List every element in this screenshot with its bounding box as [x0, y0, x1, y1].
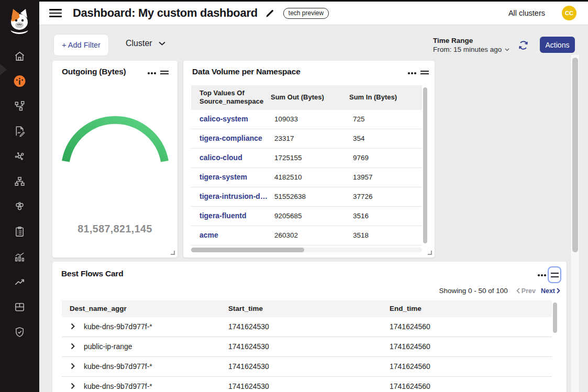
page-scrollbar-thumb[interactable] [572, 58, 578, 252]
outgoing-card-resize-handle[interactable] [171, 251, 175, 255]
best-flows-table: Dest_name_aggr Start_time End_time kube-… [62, 300, 552, 392]
namespace-link[interactable]: tigera-system [199, 173, 247, 181]
compliance-reports-icon[interactable] [13, 225, 26, 238]
tech-preview-badge: tech preview [283, 8, 329, 19]
data-volume-table-header: Top Values Of Source_namespace Sum Out (… [191, 85, 422, 110]
service-connections-icon[interactable] [13, 150, 26, 163]
dest-name-value: kube-dns-9b7d977f-* [84, 362, 152, 371]
policies-icon[interactable] [13, 125, 26, 138]
calico-dashboard-app: Dashboard: My custom dashboard tech prev… [0, 0, 588, 392]
add-filter-button[interactable]: + Add Filter [53, 34, 109, 56]
namespace-link[interactable]: acme [199, 231, 218, 239]
outgoing-card-menu-icon[interactable] [147, 70, 157, 76]
table-row: public-ip-range 1741624530 1741624560 [62, 337, 552, 357]
best-flows-vertical-scrollbar[interactable] [553, 303, 557, 333]
best-flows-card-title: Best Flows Card [61, 269, 123, 278]
home-icon[interactable] [13, 50, 26, 63]
page-title: Dashboard: My custom dashboard [73, 6, 258, 20]
edit-dashboard-pencil-icon[interactable] [265, 8, 275, 18]
time-range-value-dropdown[interactable]: From: 15 minutes ago [433, 46, 509, 53]
sum-in-value: 725 [353, 115, 365, 123]
column-header: Top Values Of Source_namespace [199, 89, 269, 106]
top-bar: Dashboard: My custom dashboard tech prev… [39, 0, 588, 25]
chevron-down-icon [505, 48, 509, 51]
namespace-link[interactable]: tigera-compliance [199, 134, 262, 142]
chevron-right-icon [557, 288, 560, 294]
table-row: calico-cloud 1725155 9769 [191, 149, 422, 168]
sum-in-value: 3518 [353, 231, 369, 239]
outgoing-card-title: Outgoing (Bytes) [62, 67, 126, 76]
namespace-link[interactable]: calico-system [199, 115, 248, 123]
prev-page-button[interactable]: Prev [516, 287, 536, 295]
time-range-control: Time Range From: 15 minutes ago [433, 37, 509, 53]
expand-row-chevron-icon[interactable] [71, 363, 75, 369]
sum-in-value: 354 [353, 135, 365, 142]
best-flows-card-drag-handle-icon[interactable] [548, 266, 561, 283]
outgoing-gauge-chart [59, 103, 172, 165]
sum-out-value: 4182510 [274, 173, 302, 181]
workloads-icon[interactable] [13, 300, 26, 313]
expand-row-chevron-icon[interactable] [71, 343, 75, 350]
table-row: tigera-fluentd 9205685 3516 [191, 207, 422, 226]
outgoing-bytes-card: Outgoing (Bytes) 81,587,821,145 [52, 61, 177, 257]
hamburger-menu-icon[interactable] [49, 9, 62, 17]
expand-row-chevron-icon[interactable] [71, 323, 75, 330]
analytics-icon[interactable] [13, 250, 26, 263]
data-volume-card-drag-handle-icon[interactable] [420, 67, 429, 78]
start-time-value: 1741624530 [228, 362, 269, 371]
network-graph-icon[interactable] [13, 99, 26, 113]
sidebar [0, 0, 39, 392]
data-volume-card: Data Volume per Namespace Top Values Of … [183, 61, 435, 257]
pagination-status: Showing 0 - 50 of 100 [439, 287, 507, 295]
expand-row-chevron-icon[interactable] [71, 383, 75, 389]
namespace-link[interactable]: tigera-fluentd [199, 211, 246, 220]
cluster-scope-selector[interactable]: All clusters [508, 9, 545, 17]
table-row: kube-dns-9b7d977f-* 1741624530 174162456… [62, 317, 552, 337]
sum-in-value: 3516 [353, 212, 369, 220]
data-volume-card-title: Data Volume per Namespace [192, 67, 301, 76]
column-header: Start_time [228, 305, 263, 312]
calico-cat-logo [6, 6, 32, 38]
sum-out-value: 260302 [274, 231, 298, 239]
data-volume-card-menu-icon[interactable] [407, 70, 417, 76]
topology-icon[interactable] [13, 175, 26, 188]
end-time-value: 1741624560 [390, 322, 430, 331]
namespace-link[interactable]: tigera-intrusion-d… [199, 192, 268, 200]
column-header: End_time [390, 305, 421, 312]
start-time-value: 1741624530 [228, 382, 269, 390]
start-time-value: 1741624530 [228, 342, 269, 351]
trends-icon[interactable] [13, 275, 26, 288]
data-volume-vertical-scrollbar[interactable] [423, 87, 427, 243]
data-volume-horizontal-scrollbar-thumb[interactable] [191, 248, 304, 252]
data-volume-card-resize-handle[interactable] [428, 251, 432, 255]
data-volume-horizontal-scrollbar-track[interactable] [191, 248, 422, 252]
table-row: acme 260302 3518 [191, 226, 422, 245]
gauge-value: 81,587,821,145 [52, 223, 177, 235]
table-row: calico-system 109033 725 [191, 110, 422, 129]
column-header: Dest_name_aggr [70, 305, 127, 312]
best-flows-pagination: Showing 0 - 50 of 100 Prev Next [293, 287, 560, 295]
dest-name-value: public-ip-range [84, 342, 132, 351]
end-time-value: 1741624560 [390, 382, 430, 390]
sum-out-value: 109033 [274, 115, 298, 123]
namespace-link[interactable]: calico-cloud [199, 153, 242, 162]
outgoing-card-drag-handle-icon[interactable] [160, 67, 169, 78]
actions-button[interactable]: Actions [540, 37, 575, 53]
cluster-dropdown-label: Cluster [126, 39, 152, 48]
dashboards-icon[interactable] [13, 74, 26, 87]
dest-name-value: kube-dns-9b7d977f-* [84, 322, 152, 331]
user-avatar[interactable]: CC [562, 6, 576, 20]
start-time-value: 1741624530 [228, 322, 269, 331]
best-flows-card-menu-icon[interactable] [537, 272, 547, 278]
column-header: Sum In (Bytes) [349, 93, 397, 101]
sum-out-value: 1725155 [274, 154, 302, 162]
clusters-icon[interactable] [13, 200, 26, 213]
table-row: kube-dns-9b7d977f-* 1741624530 174162456… [62, 377, 552, 392]
refresh-icon[interactable] [516, 38, 530, 52]
cluster-dropdown[interactable]: Cluster [126, 39, 165, 48]
security-icon[interactable] [13, 326, 26, 339]
table-row: tigera-intrusion-d… 51552638 37726 [191, 187, 422, 207]
end-time-value: 1741624560 [390, 342, 430, 351]
next-page-button[interactable]: Next [541, 287, 560, 295]
column-header: Sum Out (Bytes) [271, 93, 324, 101]
